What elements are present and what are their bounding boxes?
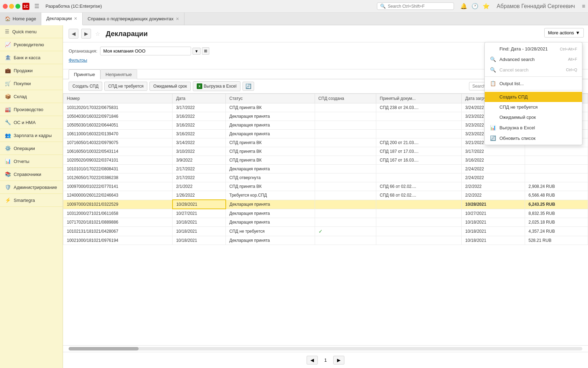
- sidebar-item-manager[interactable]: 📈 Руководителю: [0, 38, 63, 51]
- strip-tab-accepted[interactable]: Принятые: [69, 69, 100, 79]
- sidebar-item-admin[interactable]: 🛡️ Администрирование: [0, 181, 63, 194]
- tab-home[interactable]: 🏠 Home page: [0, 13, 41, 25]
- maximize-button[interactable]: [15, 4, 20, 9]
- menu-item-find[interactable]: Find: Дата - 10/28/2021Ctrl+Alt+F: [485, 44, 582, 54]
- table-row[interactable]: 10205020/090322/03741013/9/2022СПД приня…: [63, 156, 588, 165]
- menu-item-label-cancel-search: Cancel search: [499, 67, 528, 73]
- menu-item-label-expected-date: Ожидаемый срок: [499, 115, 536, 120]
- titlebar-search-input[interactable]: [388, 4, 444, 9]
- sidebar-item-label: Справочники: [14, 172, 41, 177]
- handbooks-icon: 📚: [5, 171, 11, 177]
- titlebar-menu: ☰: [33, 2, 41, 10]
- menu-item-refresh[interactable]: 🔄Обновить список: [485, 133, 582, 143]
- sidebar-item-label: Операции: [14, 146, 35, 151]
- menu-item-output-list[interactable]: 📋Output list...: [485, 78, 582, 89]
- table-row[interactable]: 10097000/010222/07701412/1/2022СПД приня…: [63, 182, 588, 191]
- warehouse-icon: 📦: [5, 94, 11, 99]
- history-icon[interactable]: 🕐: [471, 3, 478, 9]
- sidebar-item-os[interactable]: 🔧 ОС и НМА: [0, 116, 63, 129]
- notification-icon[interactable]: 🔔: [460, 3, 467, 9]
- export-excel-button[interactable]: X Выгрузка в Excel: [193, 81, 240, 91]
- table-row[interactable]: 10717020/181021/088988610/18/2021Деклара…: [63, 218, 588, 227]
- sidebar-item-warehouse[interactable]: 📦 Склад: [0, 90, 63, 103]
- next-page-button[interactable]: ▶: [333, 356, 344, 364]
- scrollbar-thumb[interactable]: [69, 347, 139, 350]
- sidebar-item-sales[interactable]: 💼 Продажи: [0, 64, 63, 77]
- sidebar-item-production[interactable]: 🏭 Производство: [0, 103, 63, 116]
- sidebar-item-handbooks[interactable]: 📚 Справочники: [0, 168, 63, 181]
- table-row[interactable]: 10312000/271021/061165810/27/2021Деклара…: [63, 209, 588, 218]
- sidebar-item-salary[interactable]: 👥 Зарплата и кадры: [0, 129, 63, 142]
- prev-page-button[interactable]: ◀: [307, 356, 318, 364]
- sidebar-item-bank[interactable]: 🏦 Банк и касса: [0, 51, 63, 64]
- menu-item-label-output-list: Output list...: [499, 81, 524, 86]
- star-icon[interactable]: ⭐: [483, 3, 490, 9]
- table-row[interactable]: 12400000/260122/02466431/26/2022Требуетс…: [63, 191, 588, 200]
- strip-tab-rejected[interactable]: Непринятые: [100, 69, 137, 79]
- menu-item-no-spd[interactable]: СПД не требуется: [485, 102, 582, 112]
- quick-menu-icon: ☰: [5, 29, 9, 34]
- more-actions-top-button[interactable]: More actions ▼: [544, 28, 584, 38]
- tab-spd[interactable]: Справка о подтверждающих документах ✕: [83, 13, 184, 25]
- menu-item-export-excel[interactable]: 📊Выгрузка в Excel: [485, 122, 582, 133]
- sidebar-item-operations[interactable]: ⚙️ Операции: [0, 142, 63, 155]
- tab-declarations[interactable]: Декларации ✕: [41, 13, 83, 25]
- tab-home-label: Home page: [13, 16, 36, 21]
- bank-icon: 🏦: [5, 55, 11, 60]
- os-icon: 🔧: [5, 120, 11, 125]
- create-spd-button[interactable]: Создать СПД: [69, 82, 102, 91]
- org-input[interactable]: [100, 47, 191, 55]
- horizontal-scrollbar[interactable]: [63, 345, 588, 352]
- menu-item-label-advanced-search: Advanced search: [499, 57, 534, 62]
- org-label: Организация:: [69, 48, 97, 54]
- table-row[interactable]: 10097000/281021/032252910/28/2021Деклара…: [63, 200, 588, 209]
- table-row[interactable]: 10021000/181021/097619410/18/2021Деклара…: [63, 236, 588, 245]
- titlebar-search-box[interactable]: 🔍: [377, 2, 454, 10]
- expected-date-button[interactable]: Ожидаемый срок: [149, 82, 191, 91]
- page-title: Декларации: [106, 30, 550, 38]
- scrollbar-track: [69, 347, 582, 350]
- home-icon: 🏠: [5, 16, 10, 21]
- table-row[interactable]: 10101010/170222/08084312/17/2022Декларац…: [63, 165, 588, 173]
- app-title: Разработка (1С:Enterprise): [46, 4, 375, 9]
- production-icon: 🏭: [5, 107, 11, 112]
- output-list-icon: 📋: [490, 81, 496, 86]
- no-spd-button[interactable]: СПД не требуется: [104, 82, 147, 91]
- tab-spd-close[interactable]: ✕: [176, 16, 179, 21]
- menu-item-create-spd[interactable]: Создать СПД: [485, 92, 582, 102]
- advanced-search-icon: 🔍: [490, 56, 496, 62]
- titlebar-actions: 🔔 🕐 ⭐ Абрамов Геннадий Сергеевич ≡: [460, 3, 585, 9]
- menu-item-expected-date[interactable]: Ожидаемый срок: [485, 112, 582, 122]
- org-dropdown-button[interactable]: ▼: [192, 48, 201, 55]
- manager-icon: 📈: [5, 42, 11, 47]
- sidebar-item-reports[interactable]: 📊 Отчеты: [0, 155, 63, 168]
- shortcut-find: Ctrl+Alt+F: [560, 47, 577, 51]
- table-row[interactable]: 10616050/100322/05431143/10/2022СПД прин…: [63, 147, 588, 156]
- table-row[interactable]: 10126050/170222/03862382/17/2022СПД отве…: [63, 173, 588, 182]
- user-name[interactable]: Абрамов Геннадий Сергеевич: [497, 3, 575, 9]
- menu-icon[interactable]: ☰: [33, 2, 41, 10]
- menu-item-label-create-spd: Создать СПД: [499, 94, 528, 100]
- sidebar-item-label: Склад: [14, 94, 27, 99]
- org-copy-button[interactable]: ⊞: [202, 47, 209, 55]
- operations-icon: ⚙️: [5, 145, 11, 151]
- minimize-button[interactable]: [9, 4, 14, 9]
- sidebar-item-purchases[interactable]: 🛒 Покупки: [0, 77, 63, 90]
- close-button[interactable]: [3, 4, 8, 9]
- reports-icon: 📊: [5, 158, 11, 164]
- table-row[interactable]: 10102131/181021/042806710/18/2021СПД не …: [63, 227, 588, 236]
- back-button[interactable]: ◀: [69, 29, 78, 39]
- titlebar: 1С ☰ Разработка (1С:Enterprise) 🔍 🔔 🕐 ⭐ …: [0, 0, 588, 13]
- sidebar-item-label: Производство: [14, 107, 43, 112]
- menu-item-advanced-search[interactable]: 🔍Advanced searchAlt+F: [485, 54, 582, 64]
- forward-button[interactable]: ▶: [81, 29, 91, 39]
- refresh-button[interactable]: 🔄: [243, 82, 254, 91]
- tab-declarations-close[interactable]: ✕: [74, 16, 77, 21]
- bookmark-icon[interactable]: ☆: [95, 30, 100, 37]
- main-menu-icon[interactable]: ≡: [582, 3, 585, 9]
- menu-separator: [485, 76, 582, 77]
- sidebar: ☰ Quick menu 📈 Руководителю 🏦 Банк и кас…: [0, 25, 63, 368]
- filter-link[interactable]: Фильтры: [69, 57, 87, 63]
- sidebar-item-smartegra[interactable]: ⚡ Smartegra: [0, 194, 63, 207]
- sidebar-item-quick-menu[interactable]: ☰ Quick menu: [0, 25, 63, 38]
